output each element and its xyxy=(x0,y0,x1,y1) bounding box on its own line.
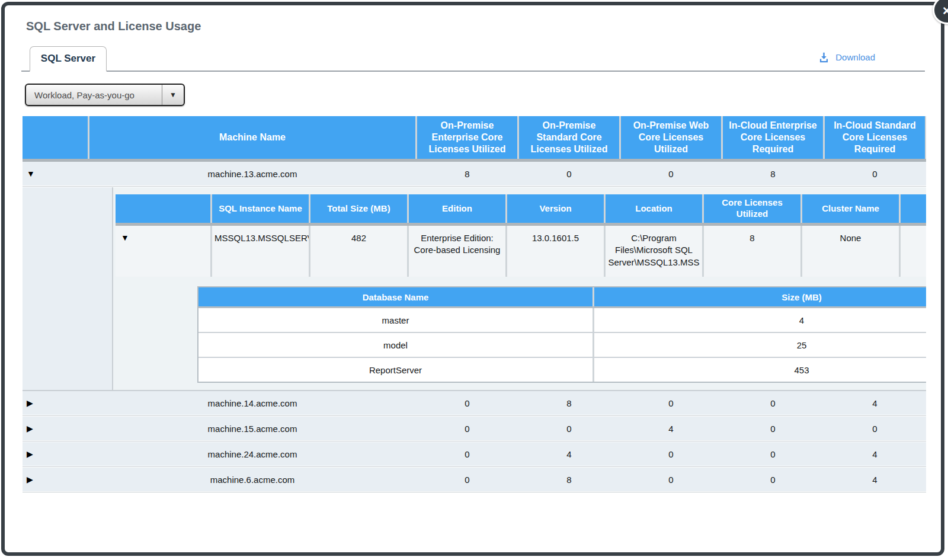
database-size-cell: 453 xyxy=(594,358,926,382)
machine-name-cell: machine.14.acme.com xyxy=(89,391,415,415)
onprem-web-cell: 4 xyxy=(621,417,721,440)
column-header-edition: Edition xyxy=(409,194,505,223)
column-header-machine-name: Machine Name xyxy=(89,116,415,159)
clipped-cell xyxy=(901,226,926,277)
database-row: ReportServer 453 xyxy=(198,358,926,382)
column-header-core-licenses: Core Licenses Utilized xyxy=(704,194,800,223)
incloud-standard-cell: 0 xyxy=(825,162,925,185)
instance-row: ▼ MSSQL13.MSSQLSERVER 482 Enterprise Edi… xyxy=(116,226,926,277)
expanded-section-gutter xyxy=(23,187,113,390)
incloud-enterprise-cell: 0 xyxy=(723,417,823,440)
report-panel: SQL Server and License Usage SQL Server … xyxy=(1,2,944,556)
database-size-cell: 25 xyxy=(594,333,926,357)
column-header-onprem-web: On-Premise Web Core Licenses Utilized xyxy=(621,116,721,159)
incloud-enterprise-cell: 0 xyxy=(723,442,823,466)
machine-13-expanded-section: SQL Instance Name Total Size (MB) Editio… xyxy=(23,187,926,391)
instance-table: SQL Instance Name Total Size (MB) Editio… xyxy=(113,187,926,390)
expand-icon[interactable]: ▶ xyxy=(23,391,88,415)
edition-cell: Enterprise Edition: Core-based Licensing xyxy=(409,226,505,277)
onprem-web-cell: 0 xyxy=(621,468,721,491)
expander-column-header xyxy=(23,116,88,159)
column-header-total-size: Total Size (MB) xyxy=(310,194,407,223)
collapse-icon[interactable]: ▼ xyxy=(116,226,210,277)
panel-content: SQL Server and License Usage SQL Server … xyxy=(5,5,941,552)
onprem-web-cell: 0 xyxy=(621,442,721,466)
onprem-web-cell: 0 xyxy=(621,391,721,415)
onprem-enterprise-cell: 0 xyxy=(417,417,517,440)
column-header-clipped xyxy=(901,194,926,223)
incloud-standard-cell: 4 xyxy=(825,442,925,466)
column-header-incloud-standard: In-Cloud Standard Core Licenses Required xyxy=(825,116,925,159)
tab-sql-server[interactable]: SQL Server xyxy=(30,46,107,72)
row-separator xyxy=(23,491,926,493)
column-header-location: Location xyxy=(606,194,702,223)
onprem-enterprise-cell: 0 xyxy=(417,391,517,415)
database-table-header: Database Name Size (MB) xyxy=(198,287,926,308)
column-header-version: Version xyxy=(507,194,604,223)
table-row: ▼ machine.13.acme.com 8 0 0 8 0 xyxy=(23,162,926,185)
tab-label: SQL Server xyxy=(41,53,95,65)
onprem-enterprise-cell: 8 xyxy=(417,162,517,185)
column-header-size-mb: Size (MB) xyxy=(594,287,926,306)
onprem-standard-cell: 0 xyxy=(519,417,619,440)
core-licenses-cell: 8 xyxy=(704,226,800,277)
column-header-onprem-standard: On-Premise Standard Core Licenses Utiliz… xyxy=(519,116,619,159)
onprem-web-cell: 0 xyxy=(621,162,721,185)
machine-name-cell: machine.24.acme.com xyxy=(89,442,415,466)
column-header-instance-name: SQL Instance Name xyxy=(212,194,309,223)
incloud-standard-cell: 4 xyxy=(825,468,925,491)
version-cell: 13.0.1601.5 xyxy=(507,226,604,277)
machine-name-cell: machine.15.acme.com xyxy=(89,417,415,440)
database-row: model 25 xyxy=(198,333,926,357)
dropdown-selected-value: Workload, Pay-as-you-go xyxy=(26,90,162,100)
incloud-enterprise-cell: 0 xyxy=(723,391,823,415)
tab-bar: SQL Server Download xyxy=(21,45,925,72)
sql-server-table: Machine Name On-Premise Enterprise Core … xyxy=(23,116,926,493)
onprem-enterprise-cell: 0 xyxy=(417,468,517,491)
incloud-standard-cell: 0 xyxy=(825,417,925,440)
table-row: ▶ machine.15.acme.com 0 0 4 0 0 xyxy=(23,417,926,440)
table-row: ▶ machine.24.acme.com 0 4 0 0 4 xyxy=(23,442,926,466)
table-row: ▶ machine.14.acme.com 0 8 0 0 4 xyxy=(23,391,926,415)
column-header-incloud-enterprise: In-Cloud Enterprise Core Licenses Requir… xyxy=(723,116,823,159)
page-title: SQL Server and License Usage xyxy=(26,20,941,33)
expander-column-header xyxy=(116,194,210,223)
expand-icon[interactable]: ▶ xyxy=(23,468,88,491)
machine-name-cell: machine.6.acme.com xyxy=(89,468,415,491)
total-size-cell: 482 xyxy=(310,226,407,277)
database-table: Database Name Size (MB) master 4 model 2… xyxy=(197,286,926,383)
workload-dropdown[interactable]: Workload, Pay-as-you-go ▼ xyxy=(25,84,185,106)
download-icon xyxy=(818,51,830,63)
screen: SQL Server and License Usage SQL Server … xyxy=(0,0,948,560)
onprem-standard-cell: 4 xyxy=(519,442,619,466)
column-header-onprem-enterprise: On-Premise Enterprise Core Licenses Util… xyxy=(417,116,517,159)
onprem-standard-cell: 8 xyxy=(519,391,619,415)
collapse-icon[interactable]: ▼ xyxy=(23,162,88,185)
expand-icon[interactable]: ▶ xyxy=(23,442,88,466)
incloud-enterprise-cell: 8 xyxy=(723,162,823,185)
instance-table-header: SQL Instance Name Total Size (MB) Editio… xyxy=(116,194,926,226)
machine-table-header: Machine Name On-Premise Enterprise Core … xyxy=(23,116,926,162)
onprem-standard-cell: 8 xyxy=(519,468,619,491)
table-row: ▶ machine.6.acme.com 0 8 0 0 4 xyxy=(23,468,926,491)
incloud-enterprise-cell: 0 xyxy=(723,468,823,491)
database-size-cell: 4 xyxy=(594,308,926,332)
close-icon: ✕ xyxy=(942,5,948,17)
column-header-cluster-name: Cluster Name xyxy=(802,194,899,223)
database-name-cell: ReportServer xyxy=(198,358,592,382)
machine-name-cell: machine.13.acme.com xyxy=(89,162,415,185)
download-button[interactable]: Download xyxy=(818,51,875,63)
onprem-standard-cell: 0 xyxy=(519,162,619,185)
download-label: Download xyxy=(835,52,875,62)
database-name-cell: master xyxy=(198,308,592,332)
instance-name-cell: MSSQL13.MSSQLSERVER xyxy=(212,226,309,277)
chevron-down-icon: ▼ xyxy=(162,91,184,99)
location-cell: C:\Program Files\Microsoft SQL Server\MS… xyxy=(606,226,702,277)
column-header-database-name: Database Name xyxy=(198,287,592,306)
onprem-enterprise-cell: 0 xyxy=(417,442,517,466)
database-row: master 4 xyxy=(198,308,926,332)
incloud-standard-cell: 4 xyxy=(825,391,925,415)
database-name-cell: model xyxy=(198,333,592,357)
expand-icon[interactable]: ▶ xyxy=(23,417,88,440)
cluster-name-cell: None xyxy=(802,226,899,277)
